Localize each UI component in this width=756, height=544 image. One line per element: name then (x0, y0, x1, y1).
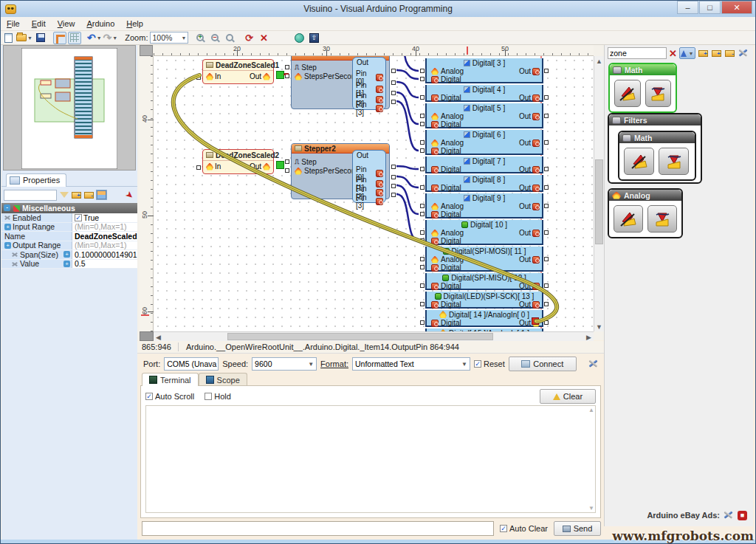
web-button[interactable] (292, 32, 306, 44)
out-handle[interactable] (391, 80, 396, 85)
input-handle[interactable] (420, 95, 425, 100)
speed-select[interactable]: 9600▼ (252, 357, 317, 371)
input-handle[interactable] (420, 302, 425, 306)
channel-5[interactable]: Digital[ 5 ]AnalogDigitalOut (425, 103, 543, 128)
property-category[interactable]: -Miscellaneous (1, 203, 137, 213)
output-out[interactable]: Out (519, 255, 540, 264)
ad-close-icon[interactable]: ■ (738, 511, 747, 520)
overview-thumbnail[interactable] (3, 45, 136, 171)
palette-group-filters[interactable]: FiltersMath (608, 113, 702, 184)
out-handle[interactable] (391, 100, 396, 104)
out-handle[interactable] (391, 165, 396, 169)
filter-icon[interactable] (58, 190, 69, 200)
new-project-button[interactable] (1, 32, 15, 44)
out-pin[interactable]: Out (250, 162, 270, 171)
input-digital[interactable]: Digital (427, 264, 542, 272)
palette-group-analog[interactable]: Analog (608, 188, 683, 238)
term-scroll-up-icon[interactable]: ▲ (588, 407, 594, 413)
out-handle[interactable] (391, 69, 396, 73)
output-handle[interactable] (544, 114, 549, 118)
group-header[interactable]: Filters (609, 114, 701, 125)
tab-scope[interactable]: Scope (199, 373, 247, 386)
collapse-all-icon[interactable]: - (83, 190, 94, 200)
output-out[interactable]: Out (519, 67, 540, 75)
output-handle[interactable] (544, 204, 549, 208)
property-row[interactable]: +Output Range(Min=0,Max=1) (1, 241, 137, 251)
connected-port-marker[interactable] (276, 71, 284, 79)
send-button[interactable]: Send (554, 521, 601, 536)
cable-endpoint-marker[interactable] (532, 317, 539, 325)
property-row[interactable]: +Input Range(Min=0,Max=1) (1, 223, 137, 233)
block-deadzonescaled1[interactable]: DeadZoneScaled1InOut (202, 59, 274, 84)
output-out[interactable]: Out (519, 165, 540, 173)
title-bar[interactable]: Visuino - Visual Arduino Programming – □… (1, 1, 755, 17)
property-row[interactable]: Span(Size)+0.1000000014901... (1, 250, 137, 260)
inline-expand-icon[interactable]: + (63, 251, 70, 258)
zoom-out-button[interactable]: – (208, 32, 221, 44)
input-digital[interactable]: Digital (427, 147, 542, 155)
close-button[interactable]: ✕ (721, 1, 752, 14)
menu-view[interactable]: View (52, 18, 81, 30)
collapse-icon[interactable]: - (4, 204, 10, 211)
undo-button[interactable]: ↶▼ (87, 32, 102, 44)
channel-11[interactable]: Digital(SPI-MOSI)[ 11 ]AnalogDigitalOut (425, 247, 543, 272)
wizard-button[interactable]: ▼ (679, 47, 695, 59)
output-handle[interactable] (544, 257, 549, 261)
port-select[interactable]: COM5 (Unava▼ (164, 357, 219, 371)
tab-properties[interactable]: Properties (6, 173, 66, 187)
component-button[interactable] (614, 80, 641, 107)
input-handle[interactable] (420, 77, 425, 81)
pin-stepspersecond[interactable]: StepsPerSecond (292, 72, 360, 81)
property-value[interactable]: (Min=0,Max=1) (72, 241, 137, 250)
in-handle[interactable] (196, 75, 201, 80)
output-out[interactable]: Out (519, 184, 540, 192)
component-button[interactable] (659, 148, 689, 175)
pin-handle[interactable] (285, 168, 289, 173)
auto-clear-checkbox[interactable]: ✓Auto Clear (500, 524, 548, 533)
ad-tools-icon[interactable] (723, 510, 735, 520)
input-handle[interactable] (420, 283, 425, 288)
vscroll-thumb[interactable] (595, 159, 603, 244)
connect-button[interactable]: Connect (509, 357, 577, 371)
menu-file[interactable]: File (1, 18, 26, 30)
tab-terminal[interactable]: Terminal (142, 373, 199, 386)
input-digital[interactable]: Digital (427, 210, 542, 218)
property-value[interactable]: (Min=0,Max=1) (72, 223, 137, 232)
redo-button[interactable]: ↷▼ (103, 32, 118, 44)
out-3[interactable]: Pin [3] (355, 192, 384, 210)
palette-tools-icon[interactable] (738, 48, 749, 58)
output-handle[interactable] (544, 95, 549, 100)
input-handle[interactable] (420, 265, 425, 269)
palette-collapse-icon[interactable]: - (724, 48, 735, 58)
zoom-reset-button[interactable] (223, 32, 236, 44)
wire-route-toggle[interactable] (53, 32, 66, 44)
zoom-in-button[interactable]: + (193, 32, 207, 44)
output-out[interactable]: Out (519, 94, 540, 102)
output-out[interactable]: Out (519, 139, 540, 147)
out-handle[interactable] (391, 175, 396, 179)
input-handle[interactable] (420, 212, 425, 216)
property-row[interactable]: Enabled✓True (1, 213, 137, 223)
output-handle[interactable] (544, 230, 549, 235)
grid-toggle[interactable] (68, 32, 81, 44)
pin-handle[interactable] (285, 74, 289, 78)
property-value[interactable]: 0.1000000014901... (72, 250, 137, 259)
input-handle[interactable] (420, 122, 425, 126)
input-handle[interactable] (420, 257, 425, 261)
output-handle[interactable] (544, 69, 549, 73)
input-handle[interactable] (420, 320, 425, 325)
properties-search-input[interactable] (4, 190, 57, 201)
canvas-vscrollbar[interactable]: ▲ ▼ (594, 56, 604, 331)
zoom-select[interactable]: 100%▼ (150, 32, 188, 44)
menu-arduino[interactable]: Arduino (80, 18, 120, 30)
output-handle[interactable] (544, 140, 549, 145)
output-out[interactable]: Out (519, 112, 540, 120)
pin-icon[interactable]: ➤ (124, 190, 135, 200)
block-deadzonescaled2[interactable]: DeadZoneScaled2InOut (202, 149, 274, 174)
expand-all-icon[interactable]: + (71, 190, 82, 200)
format-select[interactable]: Unformatted Text▼ (352, 357, 470, 371)
out-3[interactable]: Pin [3] (355, 99, 384, 117)
scroll-up-arrow[interactable]: ▲ (594, 56, 604, 66)
inline-expand-icon[interactable]: + (63, 261, 70, 267)
maximize-button[interactable]: □ (699, 1, 721, 14)
